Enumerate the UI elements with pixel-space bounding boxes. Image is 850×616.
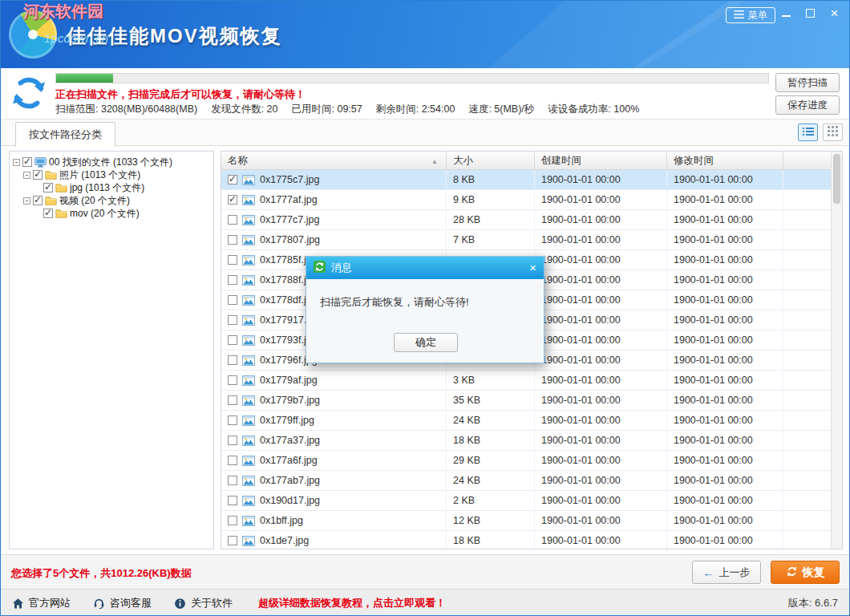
collapse-icon[interactable]: - [23, 172, 30, 179]
column-header-name[interactable]: 名称 ▲ [221, 152, 447, 169]
tab-classify-by-path[interactable]: 按文件路径分类 [15, 122, 115, 147]
save-progress-button[interactable]: 保存进度 [775, 95, 840, 115]
window-controls: × [781, 8, 840, 18]
menu-button[interactable]: 菜单 [726, 7, 775, 23]
file-row[interactable]: 0x1777c7.jpg28 KB1900-01-01 00:001900-01… [221, 210, 831, 230]
tree-item[interactable]: mov (20 个文件) [10, 207, 213, 220]
maximize-button[interactable] [805, 8, 816, 18]
file-checkbox[interactable] [228, 516, 237, 525]
scan-stat: 扫描范围: 3208(MB)/60488(MB) [55, 103, 197, 116]
file-row[interactable]: 0x177ab7.jpg24 KB1900-01-01 00:001900-01… [221, 471, 831, 491]
scrollbar-thumb[interactable] [833, 154, 840, 204]
file-name: 0x177a6f.jpg [260, 455, 318, 466]
collapse-icon[interactable]: - [13, 159, 20, 166]
file-checkbox[interactable] [228, 536, 237, 545]
dialog-ok-button[interactable]: 确定 [394, 333, 458, 352]
file-name-cell: 0x1bff.jpg [221, 511, 447, 531]
tree-item[interactable]: -00 找到的文件 (1033 个文件) [10, 156, 213, 168]
file-checkbox[interactable] [228, 195, 237, 205]
file-name-cell: 0x177a37.jpg [221, 431, 447, 451]
file-extra-cell [783, 511, 831, 531]
file-row[interactable]: 0x177a37.jpg18 KB1900-01-01 00:001900-01… [221, 431, 831, 451]
image-file-icon [242, 355, 255, 366]
column-header-size[interactable]: 大小 [447, 152, 535, 169]
list-view-button[interactable] [798, 124, 818, 141]
recover-button[interactable]: 恢复 [771, 561, 840, 584]
column-header-modified[interactable]: 修改时间 [667, 152, 783, 169]
file-checkbox[interactable] [228, 395, 237, 405]
close-button[interactable]: × [829, 8, 840, 18]
footer-link[interactable]: 官方网站 [12, 596, 71, 610]
minimize-button[interactable] [781, 8, 791, 18]
file-name: 0x177ab7.jpg [260, 475, 320, 486]
file-checkbox[interactable] [228, 476, 237, 485]
previous-step-button[interactable]: ← 上一步 [692, 561, 761, 584]
file-row[interactable]: 0x190d17.jpg2 KB1900-01-01 00:001900-01-… [221, 491, 831, 511]
file-created: 1900-01-01 00:00 [535, 391, 667, 411]
vertical-scrollbar[interactable] [831, 152, 842, 549]
file-extra-cell [783, 270, 831, 290]
image-file-icon [242, 415, 255, 426]
scan-stat: 速度: 5(MB)/秒 [468, 103, 534, 116]
tutorial-promo-link[interactable]: 超级详细数据恢复教程，点击立即观看！ [258, 596, 446, 610]
file-checkbox[interactable] [228, 456, 237, 465]
file-checkbox[interactable] [228, 355, 237, 365]
tree-checkbox[interactable] [33, 170, 42, 180]
tree-item[interactable]: -照片 (1013 个文件) [10, 168, 213, 181]
file-checkbox[interactable] [228, 275, 237, 285]
file-checkbox[interactable] [228, 375, 237, 385]
scan-stats: 扫描范围: 3208(MB)/60488(MB)发现文件数: 20已用时间: 0… [55, 103, 639, 116]
file-name: 0x177807.jpg [260, 234, 320, 245]
dialog-close-button[interactable]: × [529, 262, 536, 274]
file-extra-cell [783, 230, 831, 250]
image-file-icon [242, 195, 255, 205]
file-extra-cell [783, 210, 831, 230]
file-row[interactable]: 0x1777af.jpg9 KB1900-01-01 00:001900-01-… [221, 190, 831, 210]
file-name: 0x1777c7.jpg [260, 214, 319, 225]
tree-checkbox[interactable] [22, 157, 32, 167]
column-header-created[interactable]: 创建时间 [535, 152, 667, 169]
image-file-icon [242, 275, 255, 286]
pause-scan-button[interactable]: 暂停扫描 [775, 73, 840, 92]
collapse-icon[interactable]: - [23, 197, 30, 205]
file-size: 2 KB [447, 491, 535, 511]
image-file-icon [242, 175, 255, 185]
file-name-cell: 0x177ab7.jpg [221, 471, 447, 491]
grid-view-button[interactable] [823, 124, 843, 141]
image-file-icon [242, 295, 255, 306]
file-checkbox[interactable] [228, 436, 237, 445]
file-row[interactable]: 0x1779b7.jpg35 KB1900-01-01 00:001900-01… [221, 391, 831, 411]
file-row[interactable]: 0x177807.jpg7 KB1900-01-01 00:001900-01-… [221, 230, 831, 250]
file-checkbox[interactable] [228, 496, 237, 505]
file-row[interactable]: 0x1775c7.jpg8 KB1900-01-01 00:001900-01-… [221, 170, 831, 190]
tree-indent [34, 210, 41, 217]
tree-checkbox[interactable] [43, 209, 53, 218]
message-dialog: 消息 × 扫描完后才能恢复，请耐心等待! 确定 [306, 256, 544, 363]
file-checkbox[interactable] [228, 235, 237, 245]
file-checkbox[interactable] [228, 215, 237, 225]
file-checkbox[interactable] [228, 415, 237, 425]
footer-link[interactable]: 关于软件 [174, 596, 233, 610]
footer-link[interactable]: 咨询客服 [93, 596, 152, 610]
tree-checkbox[interactable] [33, 196, 42, 205]
tree-item[interactable]: jpg (1013 个文件) [10, 181, 213, 194]
file-row[interactable]: 0x1bff.jpg12 KB1900-01-01 00:001900-01-0… [221, 511, 831, 531]
image-file-icon [242, 516, 255, 526]
file-row[interactable]: 0x1de7.jpg18 KB1900-01-01 00:001900-01-0… [221, 531, 831, 549]
file-checkbox[interactable] [228, 175, 237, 184]
message-icon [314, 261, 326, 275]
file-row[interactable]: 0x1779ff.jpg24 KB1900-01-01 00:001900-01… [221, 411, 831, 431]
file-row[interactable]: 0x1779af.jpg3 KB1900-01-01 00:001900-01-… [221, 371, 831, 391]
file-row[interactable]: 0x177a6f.jpg29 KB1900-01-01 00:001900-01… [221, 451, 831, 471]
tree-checkbox[interactable] [43, 183, 53, 192]
recover-icon [786, 565, 798, 580]
file-checkbox[interactable] [228, 315, 237, 325]
file-checkbox[interactable] [228, 255, 237, 265]
file-modified: 1900-01-01 00:00 [667, 270, 783, 290]
list-view-icon [803, 125, 814, 140]
tree-item[interactable]: -视频 (20 个文件) [10, 194, 213, 207]
file-checkbox[interactable] [228, 335, 237, 345]
file-created: 1900-01-01 00:00 [535, 170, 667, 190]
version-label: 版本: 6.6.7 [788, 596, 838, 610]
file-checkbox[interactable] [228, 295, 237, 305]
